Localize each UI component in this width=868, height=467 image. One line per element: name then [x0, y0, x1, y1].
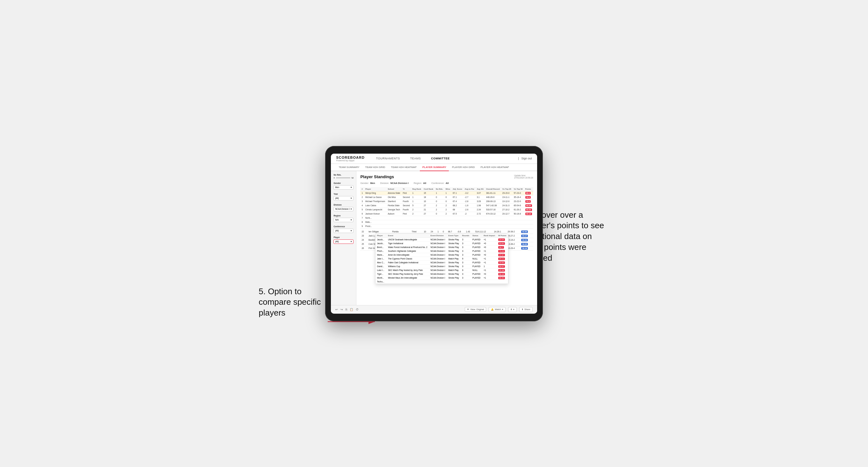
popup-points-badge[interactable]: 66.40: [498, 277, 505, 279]
cell-record: 381-61-11: [485, 191, 501, 195]
popup-cell-points[interactable]: [497, 280, 508, 283]
cell-points[interactable]: 60.02: [520, 238, 533, 242]
undo-icon[interactable]: ↩: [335, 308, 338, 311]
redo-icon[interactable]: ↪: [340, 308, 343, 311]
popup-cell-points[interactable]: 30.47: [497, 264, 508, 268]
region-select[interactable]: N/A ▾: [334, 218, 353, 222]
points-badge[interactable]: 68.94: [525, 204, 532, 207]
cell-points[interactable]: 88.2: [524, 191, 533, 195]
points-badge-blue[interactable]: 60.27: [521, 235, 528, 237]
cell-yr: [401, 216, 411, 220]
conference-select[interactable]: (All) ▾: [334, 228, 353, 233]
eye-icon: 👁: [467, 308, 469, 310]
cell-player: Jackson Koivun: [364, 212, 386, 216]
tab-player-h2h-heatmap[interactable]: PLAYER H2H HEATMAP: [478, 164, 512, 171]
paste-icon[interactable]: 📋: [350, 308, 353, 311]
cell-points[interactable]: 58.49: [520, 246, 533, 250]
popup-points-badge[interactable]: 56.18: [498, 273, 505, 275]
points-badge[interactable]: 68.09: [525, 209, 532, 211]
cell-vs25: 29-15-0: [501, 191, 513, 195]
cell-num: 1: [360, 191, 364, 195]
popup-cell-points[interactable]: 20.64: [497, 238, 508, 241]
cell-points[interactable]: [524, 216, 533, 220]
share-btn[interactable]: ⬆ Share: [519, 307, 533, 312]
watch-btn[interactable]: 🔔 Watch ▾: [489, 307, 505, 312]
points-badge-blue[interactable]: 60.68: [521, 230, 528, 233]
popup-points-badge[interactable]: 46.7: [498, 246, 504, 249]
sign-out-link[interactable]: Sign out: [522, 157, 532, 160]
cell-points[interactable]: 70.2: [524, 199, 533, 204]
tab-team-summary[interactable]: TEAM SUMMARY: [336, 164, 362, 171]
cell-yr: [401, 220, 411, 224]
cell-points[interactable]: 68.09: [524, 208, 533, 212]
annotation-left-text: 5. Option to compare specific players: [259, 287, 321, 318]
tab-team-h2h-grid[interactable]: TEAM H2H GRID: [363, 164, 388, 171]
cell-points[interactable]: 60.27: [520, 234, 533, 238]
sidebar-no-rds: No Rds. 4 52: [334, 174, 353, 179]
popup-points-badge[interactable]: 73.23: [498, 250, 505, 252]
division-select[interactable]: NCAA Division I ▾: [334, 207, 353, 211]
panel-title-area: Player Standings: [360, 175, 394, 179]
popup-cell-points[interactable]: 24.11: [497, 257, 508, 260]
cell-points[interactable]: [524, 220, 533, 224]
tablet-screen: SCOREBOARD Powered by clippd TOURNAMENTS…: [331, 154, 537, 314]
points-badge-blue[interactable]: 58.49: [521, 247, 528, 250]
popup-points-badge[interactable]: 30.47: [498, 265, 505, 268]
nav-committee[interactable]: COMMITTEE: [429, 156, 452, 161]
annotation-left: 5. Option to compare specific players: [259, 286, 329, 318]
cell-points[interactable]: 68.18: [524, 212, 533, 216]
cell-points[interactable]: 76.2: [524, 195, 533, 199]
copy-icon[interactable]: ⎘: [345, 308, 347, 311]
player-select[interactable]: (All) ▾: [334, 240, 353, 244]
points-badge[interactable]: 70.2: [525, 200, 531, 203]
cell-points[interactable]: 68.94: [524, 204, 533, 208]
popup-cell-points[interactable]: 16.50: [497, 260, 508, 264]
year-select[interactable]: (All) ▾: [334, 196, 353, 200]
cell-points[interactable]: [524, 224, 533, 228]
history-icon[interactable]: ⏱: [356, 308, 359, 311]
cell-wins: 2: [444, 212, 452, 216]
points-badge[interactable]: 68.18: [525, 213, 532, 215]
tab-player-h2h-grid[interactable]: PLAYER H2H GRID: [450, 164, 477, 171]
popup-cell-points[interactable]: 53.60: [497, 241, 508, 245]
view-original-btn[interactable]: 👁 View: Original: [465, 307, 486, 312]
cell-yr: Fourth: [401, 199, 411, 204]
gender-select[interactable]: Men ▾: [334, 185, 353, 190]
tab-team-h2h-heatmap[interactable]: TEAM H2H HEATMAP: [388, 164, 419, 171]
range-slider[interactable]: [336, 178, 350, 178]
popup-cell-points[interactable]: 66.40: [497, 276, 508, 280]
cell-points[interactable]: 59.95: [520, 242, 533, 246]
popup-points-badge[interactable]: 53.60: [498, 242, 505, 245]
popup-points-badge[interactable]: 37.67: [498, 254, 505, 256]
popup-points-badge[interactable]: 20.64: [498, 239, 505, 241]
popup-cell-type: Match Play: [446, 257, 460, 260]
popup-points-badge[interactable]: 24.11: [498, 257, 505, 260]
popup-points-badge[interactable]: 25.38: [498, 269, 505, 272]
tab-player-summary[interactable]: PLAYER SUMMARY: [420, 164, 449, 171]
popup-points-badge[interactable]: 16.50: [498, 261, 505, 264]
popup-cell-rounds: 3: [461, 260, 471, 264]
cell-wins: 1: [444, 191, 452, 195]
chevron-down-icon-3: ▾: [351, 208, 352, 210]
popup-cell-points[interactable]: 37.67: [497, 253, 508, 257]
nav-tournaments[interactable]: TOURNAMENTS: [374, 156, 402, 161]
cell-vs25: 10-12-0: [501, 199, 513, 204]
points-badge[interactable]: 76.2: [525, 196, 531, 198]
download-btn[interactable]: ⬇ ▾: [508, 307, 517, 312]
popup-row: Jacob... UNCW Seahawk Intercollegiate NC…: [375, 238, 508, 241]
cell-yr: Fourth: [401, 208, 411, 212]
table-row: 1 Wenyi Ding Arizona State First 1 15 1 …: [360, 191, 533, 195]
points-badge-blue[interactable]: 59.95: [521, 243, 528, 245]
popup-cell-points[interactable]: 25.38: [497, 268, 508, 272]
points-badge[interactable]: 88.2: [525, 192, 531, 194]
popup-cell-points[interactable]: 46.7: [497, 245, 508, 249]
points-badge-blue[interactable]: 60.02: [521, 239, 528, 241]
cell-points[interactable]: 60.68: [520, 230, 533, 234]
popup-cell-rank: +1: [482, 238, 497, 241]
popup-cell-points[interactable]: 56.18: [497, 272, 508, 276]
popup-cell-points[interactable]: 73.23: [497, 249, 508, 253]
cell-yr: First: [401, 212, 411, 216]
filter-division-value: NCAA Division I: [391, 182, 409, 185]
chevron-down-icon-5: ▾: [351, 229, 352, 232]
nav-teams[interactable]: TEAMS: [408, 156, 423, 161]
